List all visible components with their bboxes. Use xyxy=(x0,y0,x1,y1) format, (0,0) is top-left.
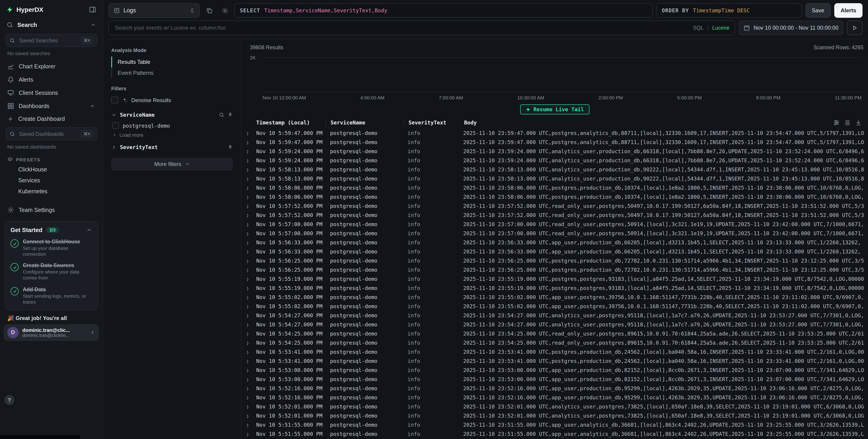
table-row[interactable]: ❯Nov 10 5:53:00.000 PMpostgresql-demoinf… xyxy=(242,366,868,375)
select-columns-input[interactable]: SELECT Timestamp,ServiceName,SeverityTex… xyxy=(234,3,653,18)
table-row[interactable]: ❯Nov 10 5:52:01.000 PMpostgresql-demoinf… xyxy=(242,402,868,411)
saved-dashboards-field[interactable] xyxy=(18,131,78,137)
mode-sql-toggle[interactable]: SQL xyxy=(693,25,704,31)
expand-row-icon[interactable]: ❯ xyxy=(242,277,253,282)
source-select[interactable]: Logs xyxy=(108,3,200,18)
table-row[interactable]: ❯Nov 10 5:52:16.000 PMpostgresql-demoinf… xyxy=(242,384,868,393)
duplicate-source-button[interactable] xyxy=(203,5,215,17)
create-dashboard-button[interactable]: Create Dashboard xyxy=(0,113,102,125)
expand-row-icon[interactable]: ❯ xyxy=(242,340,253,345)
mode-lucene-toggle[interactable]: Lucene xyxy=(712,25,730,31)
table-row[interactable]: ❯Nov 10 5:56:33.000 PMpostgresql-demoinf… xyxy=(242,238,868,247)
preset-item-kubernetes[interactable]: Kubernetes xyxy=(0,186,102,197)
table-row[interactable]: ❯Nov 10 5:54:25.000 PMpostgresql-demoinf… xyxy=(242,338,868,347)
alerts-button[interactable]: Alerts xyxy=(834,3,863,18)
column-severitytext[interactable]: SeverityText xyxy=(404,120,460,126)
expand-row-icon[interactable]: ❯ xyxy=(242,304,253,309)
table-row[interactable]: ❯Nov 10 5:57:00.000 PMpostgresql-demoinf… xyxy=(242,220,868,229)
column-servicename[interactable]: ServiceName xyxy=(326,120,403,126)
table-row[interactable]: ❯Nov 10 5:54:27.000 PMpostgresql-demoinf… xyxy=(242,320,868,329)
expand-row-icon[interactable]: ❯ xyxy=(242,395,253,400)
expand-row-icon[interactable]: ❯ xyxy=(242,331,253,336)
expand-row-icon[interactable]: ❯ xyxy=(242,194,253,199)
table-settings-icon[interactable] xyxy=(833,120,840,126)
expand-row-icon[interactable]: ❯ xyxy=(242,249,253,254)
table-row[interactable]: ❯Nov 10 5:56:25.000 PMpostgresql-demoinf… xyxy=(242,256,868,265)
expand-row-icon[interactable]: ❯ xyxy=(242,258,253,263)
row-density-icon[interactable] xyxy=(844,120,851,126)
event-search-input[interactable] xyxy=(114,24,689,31)
sidebar-item-alerts[interactable]: Alerts xyxy=(0,73,102,86)
column-body[interactable]: Body xyxy=(460,120,868,126)
expand-row-icon[interactable]: ❯ xyxy=(242,167,253,172)
table-row[interactable]: ❯Nov 10 5:52:16.000 PMpostgresql-demoinf… xyxy=(242,393,868,402)
table-row[interactable]: ❯Nov 10 5:59:47.000 PMpostgresql-demoinf… xyxy=(242,129,868,138)
expand-row-icon[interactable]: ❯ xyxy=(242,295,253,300)
facet-option-postgresql-demo[interactable]: postgresql-demo xyxy=(112,121,233,130)
sidebar-item-team-settings[interactable]: Team Settings xyxy=(0,203,102,217)
table-row[interactable]: ❯Nov 10 5:51:55.000 PMpostgresql-demoinf… xyxy=(242,420,868,430)
table-row[interactable]: ❯Nov 10 5:58:06.000 PMpostgresql-demoinf… xyxy=(242,192,868,201)
sidebar-section-search[interactable]: Search xyxy=(0,18,102,32)
resume-live-tail-button[interactable]: Resume Live Tail xyxy=(520,104,589,115)
expand-row-icon[interactable]: ❯ xyxy=(242,358,253,364)
table-row[interactable]: ❯Nov 10 5:55:19.000 PMpostgresql-demoinf… xyxy=(242,284,868,293)
event-search-box[interactable]: SQL | Lucene xyxy=(108,21,735,35)
expand-row-icon[interactable]: ❯ xyxy=(242,386,253,391)
sidebar-item-chart-explorer[interactable]: Chart Explorer xyxy=(0,60,102,73)
table-row[interactable]: ❯Nov 10 5:56:33.000 PMpostgresql-demoinf… xyxy=(242,247,868,256)
column-timestamp[interactable]: Timestamp (Local) xyxy=(253,120,326,126)
table-row[interactable]: ❯Nov 10 5:55:02.000 PMpostgresql-demoinf… xyxy=(242,302,868,311)
saved-searches-field[interactable] xyxy=(18,37,78,43)
expand-row-icon[interactable]: ❯ xyxy=(242,240,253,245)
pin-icon[interactable] xyxy=(227,112,233,118)
expand-row-icon[interactable]: ❯ xyxy=(242,213,253,218)
collapse-sidebar-icon[interactable] xyxy=(89,6,96,13)
expand-row-icon[interactable]: ❯ xyxy=(242,222,253,227)
table-row[interactable]: ❯Nov 10 5:54:27.000 PMpostgresql-demoinf… xyxy=(242,311,868,320)
table-row[interactable]: ❯Nov 10 5:58:13.000 PMpostgresql-demoinf… xyxy=(242,165,868,174)
denoise-results-checkbox[interactable]: Denoise Results xyxy=(111,95,233,105)
checkbox[interactable] xyxy=(112,122,119,129)
expand-row-icon[interactable]: ❯ xyxy=(242,149,253,154)
table-row[interactable]: ❯Nov 10 5:58:06.000 PMpostgresql-demoinf… xyxy=(242,183,868,192)
table-row[interactable]: ❯Nov 10 5:53:41.000 PMpostgresql-demoinf… xyxy=(242,356,868,366)
facet-severitytext-header[interactable]: SeverityText xyxy=(111,144,233,151)
expand-row-icon[interactable]: ❯ xyxy=(242,422,253,427)
save-button[interactable]: Save xyxy=(805,3,831,18)
table-row[interactable]: ❯Nov 10 5:56:25.000 PMpostgresql-demoinf… xyxy=(242,265,868,275)
saved-searches-input[interactable]: ⌘K xyxy=(5,34,97,47)
preset-item-services[interactable]: Services xyxy=(0,175,102,186)
expand-row-icon[interactable]: ❯ xyxy=(242,203,253,209)
table-row[interactable]: ❯Nov 10 5:55:19.000 PMpostgresql-demoinf… xyxy=(242,275,868,284)
facet-servicename-header[interactable]: ServiceName xyxy=(111,112,233,118)
table-row[interactable]: ❯Nov 10 5:54:25.000 PMpostgresql-demoinf… xyxy=(242,329,868,338)
chevron-up-icon[interactable] xyxy=(86,227,92,233)
load-more-button[interactable]: Load more xyxy=(111,130,233,138)
expand-row-icon[interactable]: ❯ xyxy=(242,368,253,373)
facet-search-icon[interactable] xyxy=(219,112,224,118)
expand-row-icon[interactable]: ❯ xyxy=(242,322,253,327)
saved-dashboards-input[interactable]: ⌘K xyxy=(5,127,97,140)
sidebar-item-dashboards[interactable]: Dashboards xyxy=(0,99,102,113)
expand-row-icon[interactable]: ❯ xyxy=(242,231,253,236)
date-range-picker[interactable]: Nov 10 00:00:00 - Nov 11 00:00:00 xyxy=(739,21,843,35)
expand-row-icon[interactable]: ❯ xyxy=(242,176,253,181)
expand-row-icon[interactable]: ❯ xyxy=(242,286,253,291)
expand-row-icon[interactable]: ❯ xyxy=(242,131,253,136)
expand-row-icon[interactable]: ❯ xyxy=(242,377,253,382)
table-row[interactable]: ❯Nov 10 5:53:00.000 PMpostgresql-demoinf… xyxy=(242,375,868,384)
table-row[interactable]: ❯Nov 10 5:59:24.000 PMpostgresql-demoinf… xyxy=(242,156,868,165)
table-row[interactable]: ❯Nov 10 5:57:52.000 PMpostgresql-demoinf… xyxy=(242,211,868,220)
expand-row-icon[interactable]: ❯ xyxy=(242,268,253,272)
table-row[interactable]: ❯Nov 10 5:53:41.000 PMpostgresql-demoinf… xyxy=(242,347,868,356)
download-icon[interactable] xyxy=(855,120,862,126)
user-menu[interactable]: D dominic.tran@clic... dominic.tran@clic… xyxy=(4,324,99,341)
expand-row-icon[interactable]: ❯ xyxy=(242,140,253,145)
run-search-button[interactable] xyxy=(847,21,863,35)
table-row[interactable]: ❯Nov 10 5:59:47.000 PMpostgresql-demoinf… xyxy=(242,138,868,147)
pin-icon[interactable] xyxy=(227,145,233,150)
expand-row-icon[interactable]: ❯ xyxy=(242,413,253,418)
table-row[interactable]: ❯Nov 10 5:57:00.000 PMpostgresql-demoinf… xyxy=(242,229,868,238)
expand-row-icon[interactable]: ❯ xyxy=(242,313,253,318)
